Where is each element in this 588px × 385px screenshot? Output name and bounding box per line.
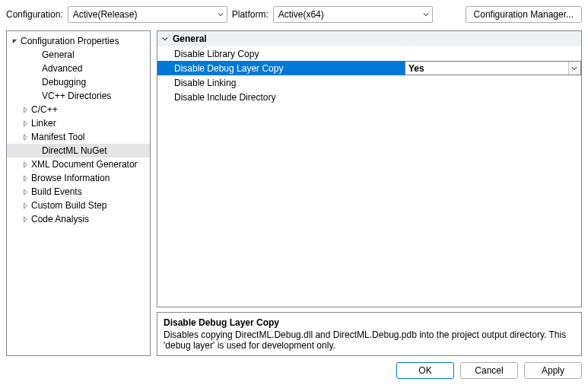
tree-item-label: Advanced <box>42 63 82 74</box>
property-row[interactable]: Disable Library Copy <box>157 46 581 61</box>
tree-item-label: General <box>42 49 75 60</box>
property-row[interactable]: Disable Linking <box>157 75 581 90</box>
expand-icon[interactable] <box>21 107 30 113</box>
property-grid[interactable]: General Disable Library CopyDisable Debu… <box>157 30 582 307</box>
property-name: Disable Library Copy <box>157 46 405 61</box>
apply-button[interactable]: Apply <box>524 362 582 379</box>
collapse-icon[interactable] <box>10 38 19 45</box>
property-value[interactable] <box>405 75 581 90</box>
configuration-manager-button[interactable]: Configuration Manager... <box>466 6 582 23</box>
property-row[interactable]: Disable Include Directory <box>157 90 581 104</box>
chevron-down-icon <box>423 9 429 20</box>
description-title: Disable Debug Layer Copy <box>164 317 575 328</box>
expand-icon[interactable] <box>21 120 30 127</box>
tree-root[interactable]: Configuration Properties <box>7 34 151 48</box>
tree-item-label: Debugging <box>42 77 86 88</box>
expand-icon[interactable] <box>21 134 30 141</box>
tree-item[interactable]: Build Events <box>7 185 151 199</box>
expand-icon[interactable] <box>21 202 30 209</box>
category-label: General <box>173 33 207 44</box>
cancel-button[interactable]: Cancel <box>460 362 518 379</box>
property-name: Disable Linking <box>157 75 405 90</box>
expand-icon[interactable] <box>21 216 30 223</box>
property-value[interactable] <box>405 46 581 61</box>
configuration-combo[interactable]: Active(Release) <box>68 6 227 23</box>
platform-value: Active(x64) <box>278 9 324 20</box>
tree-item[interactable]: Debugging <box>7 75 151 89</box>
tree-item[interactable]: Advanced <box>7 62 151 75</box>
tree-item[interactable]: Browse Information <box>7 171 151 185</box>
tree-item[interactable]: General <box>7 48 151 62</box>
chevron-down-icon[interactable] <box>162 33 168 44</box>
chevron-down-icon <box>218 9 224 20</box>
tree-item[interactable]: XML Document Generator <box>7 158 151 171</box>
nav-tree[interactable]: Configuration Properties GeneralAdvanced… <box>6 30 151 356</box>
category-header[interactable]: General <box>157 31 581 46</box>
property-name: Disable Debug Layer Copy <box>157 61 405 75</box>
tree-item-label: Manifest Tool <box>31 132 84 142</box>
tree-item-label: Code Analysis <box>31 214 89 224</box>
tree-item-label: VC++ Directories <box>42 91 111 101</box>
tree-item-label: DirectML NuGet <box>42 145 107 156</box>
configuration-value: Active(Release) <box>73 9 138 20</box>
property-row[interactable]: Disable Debug Layer CopyYes <box>157 61 581 75</box>
description-body: Disables copying DirectML.Debug.dll and … <box>164 329 575 351</box>
tree-item[interactable]: VC++ Directories <box>7 89 151 103</box>
tree-item[interactable]: C/C++ <box>7 103 151 116</box>
tree-item[interactable]: Linker <box>7 116 151 130</box>
expand-icon[interactable] <box>21 161 30 168</box>
tree-item[interactable]: Code Analysis <box>7 212 151 226</box>
ok-button[interactable]: OK <box>396 362 454 379</box>
tree-item[interactable]: Manifest Tool <box>7 130 151 144</box>
property-value[interactable]: Yes <box>405 61 581 75</box>
tree-item[interactable]: Custom Build Step <box>7 199 151 212</box>
property-value[interactable] <box>405 90 581 104</box>
tree-item[interactable]: DirectML NuGet <box>7 144 151 158</box>
tree-item-label: C/C++ <box>31 104 58 115</box>
chevron-down-icon[interactable] <box>568 62 580 75</box>
platform-label: Platform: <box>232 9 269 20</box>
tree-item-label: Linker <box>31 118 56 129</box>
expand-icon[interactable] <box>21 175 30 182</box>
tree-item-label: Browse Information <box>31 173 110 183</box>
tree-root-label: Configuration Properties <box>21 36 119 46</box>
platform-combo[interactable]: Active(x64) <box>273 6 433 23</box>
property-name: Disable Include Directory <box>157 90 405 104</box>
expand-icon[interactable] <box>21 189 30 196</box>
tree-item-label: Custom Build Step <box>31 200 106 211</box>
tree-item-label: Build Events <box>31 186 82 197</box>
description-panel: Disable Debug Layer Copy Disables copyin… <box>157 312 582 356</box>
tree-item-label: XML Document Generator <box>31 159 138 170</box>
configuration-label: Configuration: <box>6 9 63 20</box>
